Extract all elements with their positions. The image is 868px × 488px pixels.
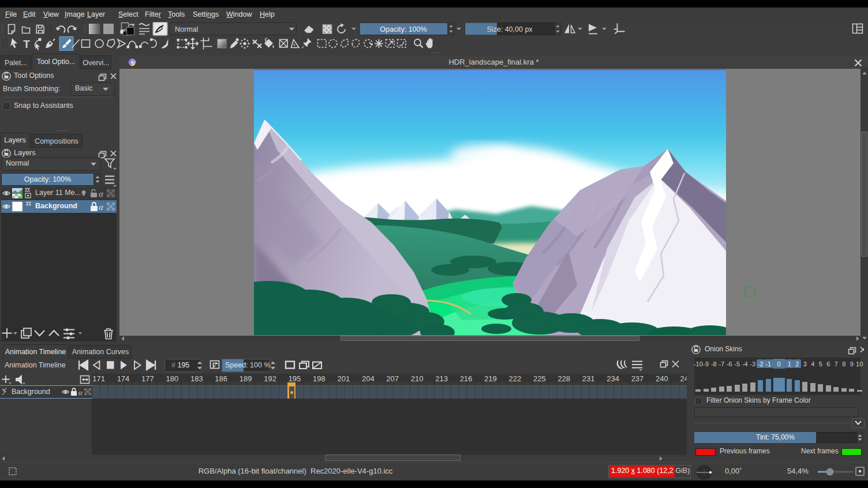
svg-text:α: α [78, 388, 83, 397]
svg-text:Size: 40,00 px: Size: 40,00 px [487, 25, 533, 33]
svg-text:α: α [99, 189, 104, 198]
svg-text:α: α [99, 202, 104, 212]
svg-text:Opacity: 100%: Opacity: 100% [380, 25, 426, 33]
svg-text:T: T [23, 38, 30, 50]
svg-text:Normal: Normal [175, 25, 198, 33]
